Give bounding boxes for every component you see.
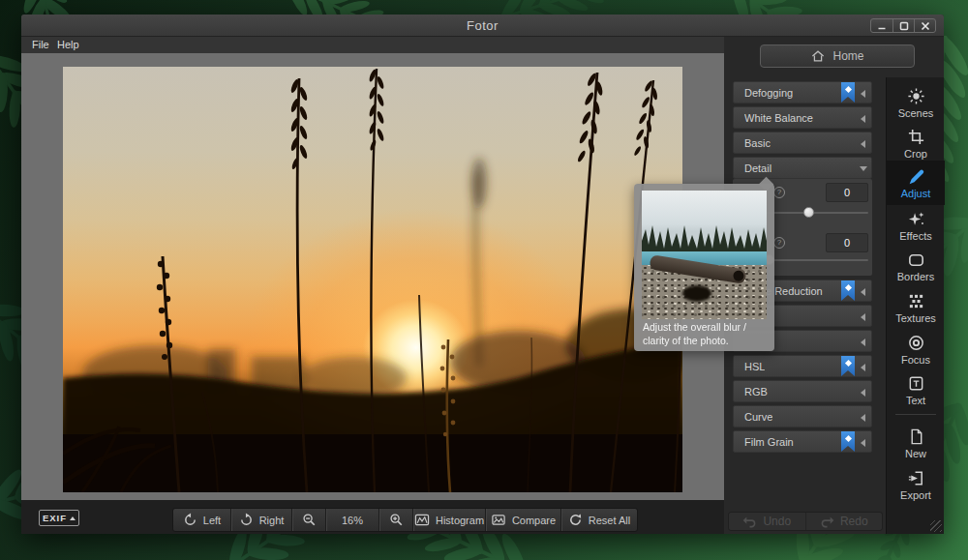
sidebar-item-scenes[interactable]: Scenes [887,87,945,119]
redo-icon [820,516,834,528]
sidebar-label: Crop [887,148,945,160]
minimize-icon [877,21,887,31]
resize-grip[interactable] [930,520,942,532]
focus-rings-icon [907,334,925,352]
sidebar-label: New [887,448,945,459]
section-rgb[interactable]: RGB [733,380,872,402]
rotate-left-label: Left [203,515,221,526]
rotate-right-button[interactable]: Right [230,509,291,531]
redo-label: Redo [840,515,868,528]
bookmark-ribbon-icon[interactable] [841,356,855,376]
rotate-left-icon [183,513,197,527]
export-icon [907,469,925,487]
exif-label: EXIF [43,513,67,523]
zoom-level-value: 16% [342,515,363,526]
detail-value-input[interactable]: 0 [826,183,868,202]
histogram-button[interactable]: Histogram [412,509,485,531]
maximize-icon [899,21,909,31]
zoom-in-button[interactable] [378,509,412,531]
section-label: Film Grain [744,436,794,448]
rotate-right-label: Right [259,515,285,526]
bookmark-ribbon-icon[interactable] [841,280,855,301]
sidebar-item-text[interactable]: Text [887,374,945,406]
compare-button[interactable]: Compare [485,509,560,531]
undo-label: Undo [763,515,791,528]
sidebar-label: Borders [887,271,945,282]
sidebar-label: Textures [887,312,945,324]
sidebar-item-effects[interactable]: Effects [887,210,945,242]
exif-button[interactable]: EXIF [39,510,79,526]
collapse-arrow-icon [861,389,865,397]
sidebar-label: Adjust [887,188,945,199]
collapse-arrow-icon [861,140,865,148]
sidebar-item-borders[interactable]: Borders [887,251,945,282]
maximize-button[interactable] [892,19,914,32]
sunset-grass-photo [63,67,682,492]
section-label: Defogging [744,87,793,99]
sidebar-item-adjust[interactable]: Adjust [887,166,945,199]
gem-icon [844,284,851,291]
help-icon[interactable]: ? [773,187,785,198]
bookmark-ribbon-icon[interactable] [841,431,855,452]
section-label: Detail [744,162,771,174]
bookmark-ribbon-icon[interactable] [841,82,855,103]
tooltip-preview-image [642,191,767,319]
new-document-icon [907,427,925,446]
texture-grid-icon [907,292,925,310]
menu-help[interactable]: Help [57,37,79,53]
zoom-level-display[interactable]: 16% [325,509,378,531]
close-button[interactable] [914,19,935,32]
toolbar-button-group: Left Right 16% [172,508,638,532]
section-label: White Balance [744,112,813,124]
collapse-arrow-icon [861,90,865,98]
sidebar-label: Text [887,395,945,406]
sidebar-item-focus[interactable]: Focus [887,334,945,366]
expand-arrow-icon [860,166,867,171]
zoom-out-button[interactable] [291,509,325,531]
collapse-arrow-icon [861,414,865,422]
log-end [733,270,745,282]
sidebar-item-textures[interactable]: Textures [887,292,945,324]
reset-all-button[interactable]: Reset All [560,509,637,531]
collapse-arrow-icon [861,288,865,296]
menu-file[interactable]: File [32,37,49,53]
sidebar-item-export[interactable]: Export [887,469,945,501]
gem-icon [844,86,851,93]
sparkles-icon [907,210,925,228]
sidebar-label: Effects [887,230,945,242]
section-label: Basic [744,137,771,149]
collapse-arrow-icon [861,439,865,447]
section-defogging[interactable]: Defogging [733,81,872,103]
chevron-up-icon [70,516,76,520]
sidebar-item-new[interactable]: New [887,427,945,459]
window-title: Fotor [21,15,944,37]
title-bar[interactable]: Fotor [21,15,944,37]
slider-thumb[interactable] [803,207,814,218]
sidebar-item-crop[interactable]: Crop [887,128,945,160]
section-label: HSL [744,361,765,372]
section-white-balance[interactable]: White Balance [733,106,872,129]
sidebar-label: Export [887,489,945,501]
section-basic[interactable]: Basic [733,132,872,154]
detail-value-input[interactable]: 0 [826,233,868,252]
rotate-left-button[interactable]: Left [173,509,230,531]
redo-button[interactable]: Redo [805,513,883,530]
section-curve[interactable]: Curve [733,405,872,427]
section-film-grain[interactable]: Film Grain [733,430,872,453]
reset-icon [568,513,583,527]
help-icon[interactable]: ? [773,237,785,249]
window-controls [870,18,936,33]
undo-button[interactable]: Undo [729,513,805,530]
section-label: RGB [744,386,768,398]
collapse-arrow-icon [861,364,865,371]
fotor-app-window: Fotor File Help [21,15,944,534]
histogram-icon [414,513,430,527]
minimize-button[interactable] [871,19,892,32]
tooltip-text: Adjust the overall blur / clarity of the… [643,321,769,347]
history-bar: Undo Redo [728,512,883,531]
section-hsl[interactable]: HSL [733,355,872,377]
gem-icon [844,360,851,367]
section-detail[interactable]: Detail [733,157,872,179]
compare-label: Compare [512,515,556,526]
gem-icon [844,435,851,442]
